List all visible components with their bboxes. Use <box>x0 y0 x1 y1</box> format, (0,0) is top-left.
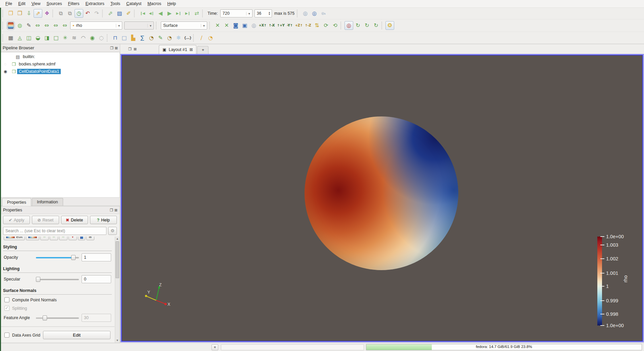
slice-filter-icon[interactable]: ◒ <box>34 34 42 42</box>
rescale-to-visible-range-icon[interactable]: ⇔ <box>60 21 69 30</box>
component-combo[interactable]: ▾ <box>124 21 154 30</box>
data-axes-grid-edit-button[interactable]: Edit <box>43 331 110 339</box>
histogram-icon[interactable]: ▙ <box>129 34 138 42</box>
disconnect-server-icon[interactable]: ⧉ <box>65 9 74 18</box>
choose-preset-icon[interactable]: ✎ <box>25 21 33 30</box>
rescale-data-mini-icon[interactable]: ⇔ <box>40 237 49 240</box>
rescale-temporal-mini-icon[interactable]: ⇔ <box>59 237 67 240</box>
stream-tracer-filter-icon[interactable]: ≋ <box>70 34 79 42</box>
specular-slider[interactable] <box>36 276 79 282</box>
toolbar-grip[interactable] <box>2 34 5 42</box>
edit-colormap-button[interactable]: Edit <box>4 237 25 240</box>
chevron-down-icon[interactable]: ▾ <box>116 24 122 28</box>
menu-filters[interactable]: Filters <box>65 1 82 7</box>
close-panel-icon[interactable]: ⊠ <box>115 46 118 50</box>
rescale-to-data-range-icon[interactable]: ⇔ <box>33 21 42 30</box>
opacity-slider-handle[interactable] <box>71 255 76 260</box>
scalar-bar-edit-icon[interactable]: ⊞ <box>86 237 94 240</box>
pipeline-item-bodies-sphere[interactable]: ◌ ❒ bodies.sphere.xdmf <box>0 60 120 68</box>
menu-view[interactable]: View <box>29 1 43 7</box>
glyph-filter-icon[interactable]: ✳ <box>61 34 70 42</box>
rescale-to-custom-range-icon[interactable]: ⇔ <box>42 21 51 30</box>
set-view-plus-z-icon[interactable]: +Z↑ <box>294 21 303 30</box>
last-frame-icon[interactable]: ▶❙ <box>183 9 192 18</box>
toolbar-grip[interactable] <box>340 22 343 29</box>
float-layout-icon[interactable]: ❐ <box>128 47 132 51</box>
toolbar-grip[interactable] <box>52 10 55 17</box>
show-orientation-axes-icon[interactable]: ↻ <box>372 21 380 30</box>
edit-color-map-icon[interactable] <box>8 22 14 29</box>
light-kit-icon[interactable]: ❂ <box>385 21 394 30</box>
invert-colormap-icon[interactable]: ▼ <box>68 237 77 240</box>
integrate-variables-icon[interactable]: ∑ <box>138 34 147 42</box>
float-panel-icon[interactable]: ❐ <box>110 46 113 50</box>
colormap-chip-button[interactable] <box>26 237 39 240</box>
threshold-filter-icon[interactable]: ◨ <box>43 34 51 42</box>
protractor-icon[interactable]: ◔ <box>206 34 215 42</box>
close-layout-icon[interactable]: ⊠ <box>134 47 137 51</box>
menu-file[interactable]: File <box>3 1 15 7</box>
compute-point-normals-checkbox[interactable] <box>4 297 9 302</box>
extract-block-filter-icon[interactable]: ◌ <box>97 34 106 42</box>
menu-edit[interactable]: Edit <box>15 1 28 7</box>
opacity-slider[interactable] <box>36 254 79 260</box>
menu-macros[interactable]: Macros <box>145 1 164 7</box>
abort-progress-button[interactable]: ✖ <box>212 344 218 350</box>
pipeline-item-celldata-to-pointdata[interactable]: ◉ ❒ CellDatatoPointData1 <box>0 68 120 75</box>
zoom-to-box-icon[interactable]: ◙ <box>231 21 240 30</box>
close-panel-icon[interactable]: ⊠ <box>114 208 118 212</box>
color-legend-visibility-icon[interactable]: ❖ <box>43 9 51 18</box>
toolbar-grip[interactable] <box>134 10 136 17</box>
connect-server-icon[interactable]: ⧉ <box>56 9 65 18</box>
reset-view-direction-icon[interactable]: ⇅ <box>313 21 321 30</box>
plot-data-over-time-icon[interactable]: ✎ <box>156 34 165 42</box>
menu-extractors[interactable]: Extractors <box>83 1 107 7</box>
toolbar-grip[interactable] <box>156 22 158 29</box>
help-button[interactable]: ? Help <box>90 216 117 224</box>
feature-angle-slider-handle[interactable] <box>43 315 47 320</box>
loop-icon[interactable]: ⇄ <box>192 9 201 18</box>
menu-help[interactable]: Help <box>165 1 179 7</box>
splitting-checkbox[interactable] <box>4 306 9 311</box>
color-legend[interactable]: 1.0e+00 1.003 1.002 1.001 1 <box>597 237 637 325</box>
play-icon[interactable]: ▶ <box>165 9 174 18</box>
chevron-down-icon[interactable]: ▾ <box>246 12 252 15</box>
next-frame-icon[interactable]: ▶❙ <box>174 9 183 18</box>
add-camera-link-icon[interactable]: ◎ <box>310 9 319 18</box>
camera-link-1-icon[interactable]: ◎₁ <box>319 9 328 18</box>
color-array-combo[interactable]: ● rho ▾ <box>70 21 122 30</box>
visibility-eye-icon[interactable]: ◌ <box>0 62 10 66</box>
chevron-down-icon[interactable]: ▾ <box>201 24 207 28</box>
auto-apply-icon[interactable]: ⇗ <box>34 9 42 18</box>
frame-spinbox[interactable]: 36 ▲▼ <box>255 9 272 17</box>
rotate-90-ccw-icon[interactable]: ⟲ <box>331 21 339 30</box>
set-view-plus-y-icon[interactable]: ↑+Y <box>276 21 285 30</box>
tab-information[interactable]: Information <box>32 198 63 206</box>
zoom-to-data-icon[interactable]: ▣ <box>240 21 249 30</box>
close-tab-icon[interactable]: ⊠ <box>189 47 193 52</box>
adjust-colormap-icon[interactable]: ▨ <box>115 9 124 18</box>
zoom-closest-icon[interactable]: ◎ <box>249 21 258 30</box>
scroll-up-icon[interactable]: ▲ <box>115 237 120 241</box>
time-combo[interactable]: 720 ▾ <box>220 9 252 17</box>
search-input[interactable] <box>3 227 106 235</box>
toolbar-grip[interactable] <box>381 22 384 29</box>
set-view-plus-x-icon[interactable]: +X↑ <box>258 21 267 30</box>
scroll-down-icon[interactable]: ▼ <box>115 338 120 343</box>
palette-icon[interactable]: ✐ <box>124 9 133 18</box>
first-frame-icon[interactable]: ❙◀ <box>138 9 147 18</box>
reset-session-icon[interactable]: ◷ <box>75 9 83 18</box>
toolbar-grip[interactable] <box>2 10 5 17</box>
toolbar-grip[interactable] <box>107 34 109 42</box>
representation-combo[interactable]: Surface ▾ <box>161 21 207 30</box>
save-state-icon[interactable]: ❐ <box>15 9 24 18</box>
float-panel-icon[interactable]: ❐ <box>110 208 113 212</box>
toolbar-grip[interactable] <box>297 10 299 17</box>
toolbar-grip[interactable] <box>209 22 212 29</box>
calculator-filter-icon[interactable]: ▦ <box>6 34 15 42</box>
zoom-camera-icon[interactable]: ◎ <box>301 9 310 18</box>
export-scene-icon[interactable]: ⬀ <box>106 9 115 18</box>
pipeline-item-builtin[interactable]: ▤ builtin: <box>4 53 120 60</box>
data-axes-grid-checkbox[interactable] <box>4 333 9 338</box>
redo-icon[interactable]: ↷ <box>92 9 101 18</box>
